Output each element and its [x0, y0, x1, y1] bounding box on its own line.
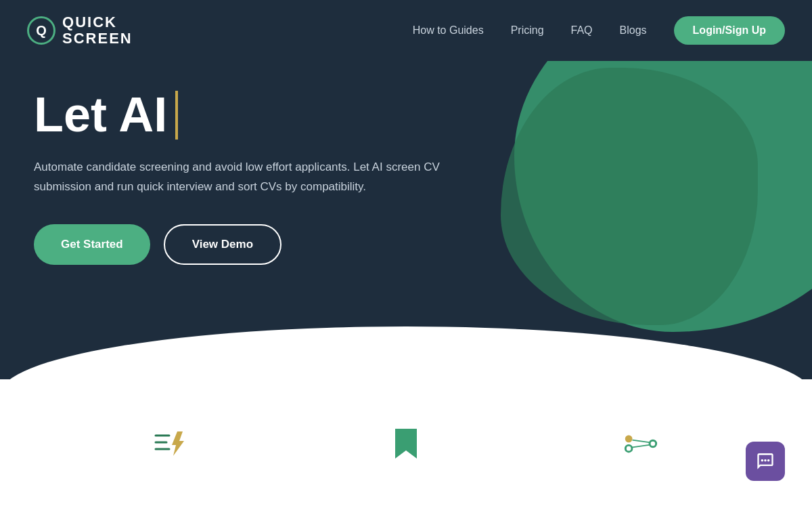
svg-line-8: [632, 445, 649, 448]
svg-line-7: [632, 440, 649, 443]
svg-point-13: [764, 459, 767, 462]
login-signup-button[interactable]: Login/Sign Up: [674, 16, 785, 45]
bookmark-icon: [389, 427, 423, 461]
hero-content: Let AI Automate candidate screening and …: [34, 88, 453, 265]
hero-headline: Let AI: [34, 88, 453, 142]
view-demo-button[interactable]: View Demo: [164, 224, 281, 265]
chat-icon: [756, 452, 775, 471]
feature-item-2: [389, 427, 423, 461]
feature-item-1: [154, 427, 188, 461]
chat-button[interactable]: [746, 442, 785, 481]
svg-point-12: [761, 459, 764, 462]
blob-decoration-2: [501, 68, 758, 325]
hero-headline-text: Let AI: [34, 88, 167, 142]
hero-subtitle: Automate candidate screening and avoid l…: [34, 158, 453, 197]
hero-buttons: Get Started View Demo: [34, 224, 453, 265]
svg-marker-3: [172, 431, 184, 456]
svg-point-14: [767, 459, 770, 462]
nav-blogs[interactable]: Blogs: [620, 24, 647, 37]
nav-how-to-guides[interactable]: How to Guides: [413, 24, 484, 37]
nav-pricing[interactable]: Pricing: [511, 24, 544, 37]
feature-item-3: [624, 427, 658, 461]
workflow-icon: [624, 427, 658, 461]
get-started-button[interactable]: Get Started: [34, 224, 150, 265]
features-section: [0, 379, 812, 508]
logo-icon: [27, 16, 55, 45]
logo-text: QUICKSCREEN: [62, 14, 133, 47]
cursor-bar: [175, 91, 178, 140]
header: QUICKSCREEN How to Guides Pricing FAQ Bl…: [0, 0, 812, 61]
main-nav: How to Guides Pricing FAQ Blogs Login/Si…: [413, 16, 785, 45]
logo[interactable]: QUICKSCREEN: [27, 14, 133, 47]
lightning-icon: [154, 427, 188, 461]
nav-faq[interactable]: FAQ: [571, 24, 593, 37]
svg-point-9: [625, 436, 631, 442]
